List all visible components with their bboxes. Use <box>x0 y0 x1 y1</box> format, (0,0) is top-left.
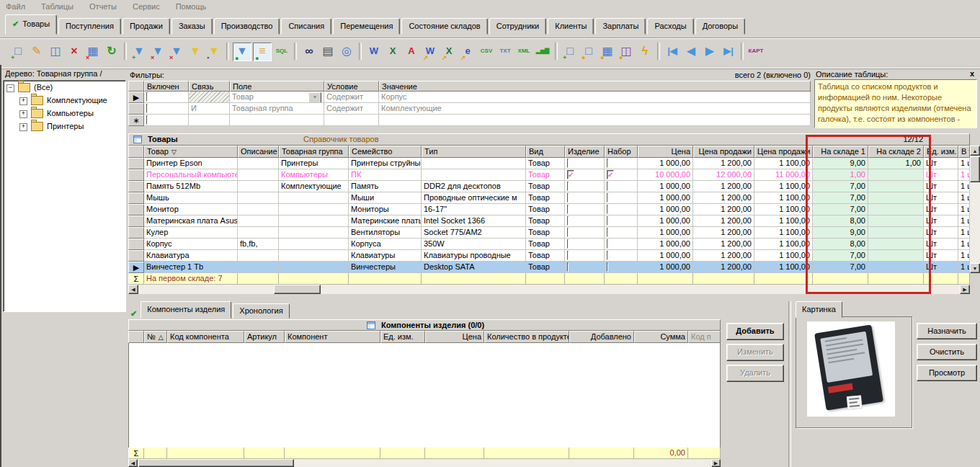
products-vertical-scrollbar[interactable]: ▲ ▼ <box>970 146 980 273</box>
filter-delete-icon[interactable]: ▼× <box>149 43 166 60</box>
table-cell[interactable] <box>605 192 638 204</box>
table-cell[interactable]: 7,00 <box>813 181 868 192</box>
tab[interactable]: Перемещения <box>333 18 400 35</box>
filter-enabled-cell[interactable] <box>144 115 189 126</box>
show-tree-icon[interactable]: ≡● <box>253 43 272 61</box>
column-header[interactable]: Компонент <box>285 331 380 343</box>
table-cell[interactable]: Винчестеры <box>349 262 422 273</box>
tab[interactable]: ✔Товары <box>5 14 57 35</box>
table-cell[interactable]: Кулер <box>144 227 238 239</box>
table-cell[interactable]: 1 ш <box>958 262 970 273</box>
checkbox[interactable] <box>607 193 608 203</box>
column-header[interactable]: Код п <box>688 331 721 343</box>
table-cell[interactable]: ✓ <box>605 169 638 181</box>
table-cell[interactable]: Товар <box>526 262 565 273</box>
table-cell[interactable]: Вентиляторы <box>349 227 422 239</box>
tree-item[interactable]: +Принтеры <box>4 120 125 133</box>
table-row[interactable]: МониторМониторы16-17"Товар1 000,001 200,… <box>128 204 980 215</box>
tab[interactable]: Продажи <box>122 18 170 35</box>
column-header[interactable]: Вид <box>526 146 565 158</box>
table-settings-icon[interactable]: ▦● <box>599 43 616 60</box>
view-settings-icon[interactable]: ◫● <box>618 43 635 60</box>
table-cell[interactable]: Товар <box>526 250 565 262</box>
table-cell[interactable] <box>565 192 605 204</box>
table-cell[interactable]: Материнская плата Asus <box>144 215 238 227</box>
filter-value-cell[interactable] <box>379 115 811 126</box>
table-cell[interactable]: 1 000,00 <box>638 204 693 215</box>
table-row[interactable]: ▶Винчестер 1 TbВинчестерыDesktop SATAТов… <box>128 262 980 273</box>
table-cell[interactable]: 16-17" <box>422 204 526 215</box>
filter-selection-icon[interactable]: ▼▪ <box>205 43 223 60</box>
checkbox[interactable] <box>607 182 608 191</box>
expand-icon[interactable]: + <box>19 110 27 118</box>
table-cell[interactable]: 1 200,00 <box>693 262 754 273</box>
table-cell[interactable]: 1 000,00 <box>638 239 693 250</box>
column-header[interactable]: Изделие <box>565 146 605 158</box>
column-header[interactable]: Тип <box>422 146 526 158</box>
tab[interactable]: Зарплаты <box>595 18 646 35</box>
show-filters-icon[interactable]: ▼● <box>233 43 251 61</box>
filter-link-cell[interactable]: И <box>189 103 230 115</box>
tab[interactable]: Расходы <box>647 18 693 35</box>
column-header[interactable]: Цена <box>425 331 484 343</box>
assign-picture-button[interactable]: Назначить <box>917 323 977 339</box>
table-cell[interactable] <box>868 262 924 273</box>
table-cell[interactable]: Корпус <box>144 239 238 250</box>
table-cell[interactable]: 7,00 <box>813 192 868 204</box>
filter-enabled-cell[interactable] <box>144 92 189 103</box>
column-header[interactable]: Ед. изм. <box>380 331 425 343</box>
column-header[interactable]: Артикул <box>244 331 285 343</box>
table-cell[interactable] <box>279 239 349 250</box>
menu-item[interactable]: Помощь <box>176 2 207 11</box>
row-selector-header[interactable] <box>128 81 144 92</box>
table-cell[interactable] <box>605 227 638 239</box>
table-cell[interactable] <box>238 192 279 204</box>
table-cell[interactable]: Товар <box>526 239 565 250</box>
table-cell[interactable]: 1 ш <box>958 239 970 250</box>
checkbox[interactable] <box>607 205 608 214</box>
delete-component-button[interactable]: Удалить <box>726 365 784 382</box>
row-selector[interactable] <box>128 215 144 227</box>
table-cell[interactable]: Товар <box>526 181 565 192</box>
column-header[interactable]: Цена продажи опт <box>754 146 813 158</box>
table-cell[interactable]: 10 000,00 <box>638 169 693 181</box>
table-cell[interactable]: 1 100,00 <box>754 192 813 204</box>
table-cell[interactable]: 1 100,00 <box>754 181 813 192</box>
checkbox[interactable] <box>567 182 569 191</box>
table-cell[interactable]: Корпуса <box>349 239 422 250</box>
filter-value-cell[interactable]: Комплектующие <box>379 103 811 115</box>
table-cell[interactable]: 1 100,00 <box>754 262 813 273</box>
row-selector[interactable] <box>128 250 144 262</box>
table-cell[interactable] <box>868 169 924 181</box>
scroll-left-button[interactable]: ◀ <box>128 459 138 467</box>
table-cell[interactable]: Шт <box>924 239 958 250</box>
record-settings-icon[interactable]: □● <box>580 43 597 60</box>
table-cell[interactable] <box>565 215 605 227</box>
table-cell[interactable] <box>238 204 279 215</box>
table-cell[interactable]: 1 000,00 <box>638 192 693 204</box>
filter-link-cell[interactable] <box>189 92 230 103</box>
tab[interactable]: Компоненты изделия <box>141 301 231 319</box>
filter-quick-icon[interactable]: ▼ <box>187 43 204 60</box>
row-selector[interactable] <box>128 103 144 115</box>
table-cell[interactable]: 1 ш <box>958 250 970 262</box>
tab[interactable]: Списания <box>281 18 331 35</box>
table-row[interactable]: Принтер EpsonПринтерыПринтеры струйныеТо… <box>128 158 980 169</box>
table-cell[interactable]: 1 200,00 <box>693 250 754 262</box>
table-cell[interactable] <box>565 204 605 215</box>
table-cell[interactable] <box>868 227 924 239</box>
checkbox[interactable] <box>607 239 608 249</box>
export-word-icon[interactable]: W <box>365 43 383 60</box>
dropdown-arrow-icon[interactable]: ▼ <box>308 92 321 103</box>
edit-component-button[interactable]: Изменить <box>726 344 784 361</box>
row-selector-header[interactable] <box>128 146 144 158</box>
column-header[interactable]: №△ <box>144 331 167 343</box>
table-cell[interactable]: Принтер Epson <box>144 158 238 169</box>
tab[interactable]: Сотрудники <box>489 18 547 35</box>
table-cell[interactable] <box>279 227 349 239</box>
table-cell[interactable] <box>565 262 605 273</box>
table-cell[interactable]: Шт <box>924 262 958 273</box>
column-header[interactable]: Сумма <box>634 331 688 343</box>
filter-field-cell[interactable]: Товарная группа <box>230 103 324 115</box>
table-cell[interactable] <box>605 250 638 262</box>
